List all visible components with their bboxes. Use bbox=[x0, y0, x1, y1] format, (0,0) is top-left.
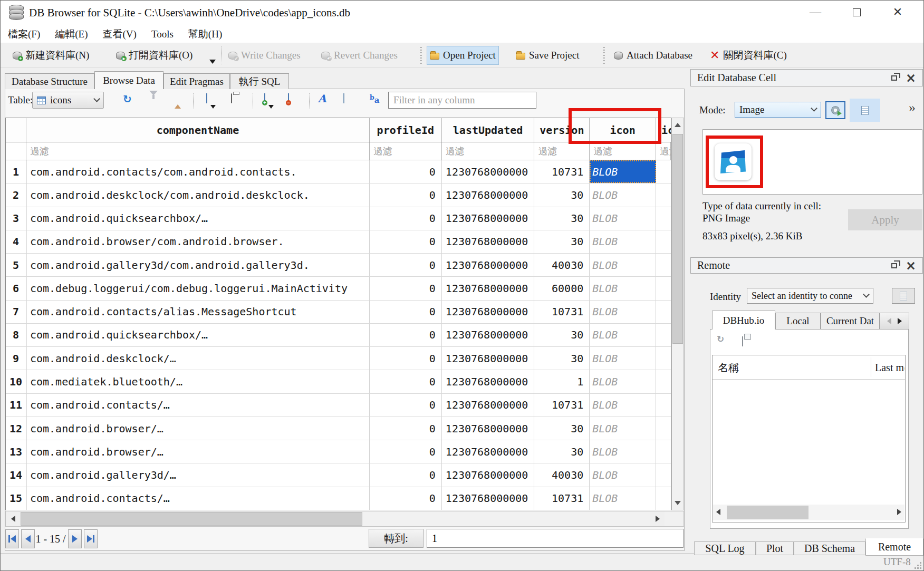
close-database-button[interactable]: ✕ 關閉資料庫(C) bbox=[707, 46, 790, 65]
cell-version[interactable]: 30 bbox=[534, 440, 590, 463]
cell-componentName[interactable]: com.android.gallery3d/com.android.galler… bbox=[26, 254, 370, 276]
tab-scroll-buttons[interactable] bbox=[880, 313, 909, 330]
next-page-button[interactable] bbox=[68, 529, 82, 548]
row-number[interactable]: 7 bbox=[6, 301, 26, 323]
cell-icon[interactable]: BLOB bbox=[590, 301, 656, 323]
cell-icon[interactable]: BLOB bbox=[590, 160, 656, 183]
cell-componentName[interactable]: com.android.gallery3d/… bbox=[26, 463, 370, 486]
cell-version[interactable]: 10731 bbox=[534, 487, 590, 510]
clear-sort-button[interactable] bbox=[175, 95, 181, 105]
menu-help[interactable]: 幫助(H) bbox=[181, 25, 229, 43]
column-header[interactable]: version bbox=[534, 118, 590, 142]
cell-componentName[interactable]: com.android.contacts/com.android.contact… bbox=[26, 160, 370, 183]
filter-input[interactable]: 過濾 bbox=[26, 142, 370, 160]
scroll-down-icon[interactable] bbox=[672, 496, 684, 510]
mode-select[interactable]: Image bbox=[735, 102, 821, 118]
cell-lastUpdated[interactable]: 1230768000000 bbox=[442, 324, 535, 346]
cell-icon[interactable]: BLOB bbox=[590, 183, 656, 206]
close-panel-icon[interactable]: × bbox=[906, 260, 916, 271]
cell-lastUpdated[interactable]: 1230768000000 bbox=[442, 207, 535, 230]
float-panel-icon[interactable] bbox=[891, 75, 897, 81]
tab-db-schema[interactable]: DB Schema bbox=[794, 541, 865, 555]
filter-input[interactable]: 過濾 bbox=[656, 142, 671, 160]
column-header[interactable]: ic bbox=[656, 118, 671, 142]
goto-button[interactable]: 轉到: bbox=[369, 529, 424, 548]
cell-overflow[interactable] bbox=[656, 254, 671, 276]
cell-componentName[interactable]: com.android.deskclock/com.android.deskcl… bbox=[26, 183, 370, 206]
tab-remote[interactable]: Remote bbox=[865, 538, 923, 556]
filter-input[interactable]: 過濾 bbox=[370, 142, 442, 160]
cell-lastUpdated[interactable]: 1230768000000 bbox=[442, 277, 535, 299]
row-number[interactable]: 12 bbox=[6, 417, 26, 440]
cell-componentName[interactable]: com.android.deskclock/… bbox=[26, 347, 370, 370]
cell-lastUpdated[interactable]: 1230768000000 bbox=[442, 160, 535, 183]
cell-profileId[interactable]: 0 bbox=[370, 301, 442, 323]
column-name[interactable]: 名稱 bbox=[718, 355, 739, 380]
cell-lastUpdated[interactable]: 1230768000000 bbox=[442, 394, 535, 417]
first-page-button[interactable] bbox=[5, 529, 19, 548]
row-number[interactable]: 15 bbox=[6, 487, 26, 510]
scroll-left-icon[interactable] bbox=[716, 509, 720, 515]
clone-database-button[interactable] bbox=[742, 337, 743, 346]
open-database-button[interactable]: ▸ 打開資料庫(O) bbox=[113, 46, 195, 65]
cell-lastUpdated[interactable]: 1230768000000 bbox=[442, 183, 535, 206]
cell-lastUpdated[interactable]: 1230768000000 bbox=[442, 417, 535, 440]
filter-input[interactable]: 過濾 bbox=[534, 142, 590, 160]
cell-overflow[interactable] bbox=[656, 347, 671, 370]
cell-overflow[interactable] bbox=[656, 440, 671, 463]
scroll-up-icon[interactable] bbox=[672, 118, 684, 132]
cell-icon[interactable]: BLOB bbox=[590, 463, 656, 486]
filter-input[interactable]: 過濾 bbox=[442, 142, 535, 160]
cell-version[interactable]: 30 bbox=[534, 183, 590, 206]
row-number[interactable]: 5 bbox=[6, 254, 26, 276]
cell-lastUpdated[interactable]: 1230768000000 bbox=[442, 440, 535, 463]
menu-tools[interactable]: Tools bbox=[144, 25, 181, 43]
cell-profileId[interactable]: 0 bbox=[370, 207, 442, 230]
cell-version[interactable]: 1 bbox=[534, 370, 590, 393]
cell-icon[interactable]: BLOB bbox=[590, 394, 656, 417]
tab-execute-sql[interactable]: 執行 SQL bbox=[230, 73, 289, 89]
open-database-dropdown-icon[interactable] bbox=[209, 60, 216, 64]
row-number[interactable]: 10 bbox=[6, 370, 26, 393]
tab-database-structure[interactable]: Database Structure bbox=[5, 73, 94, 89]
open-project-button[interactable]: Open Project bbox=[427, 46, 499, 65]
cell-icon[interactable]: BLOB bbox=[590, 370, 656, 393]
horizontal-scrollbar-thumb[interactable] bbox=[21, 512, 362, 526]
column-header[interactable]: componentName bbox=[26, 118, 370, 142]
tab-browse-data[interactable]: Browse Data bbox=[94, 71, 163, 89]
minimize-button[interactable]: — bbox=[799, 1, 832, 24]
scroll-right-icon[interactable] bbox=[650, 511, 665, 526]
cell-profileId[interactable]: 0 bbox=[370, 230, 442, 253]
cell-overflow[interactable] bbox=[656, 370, 671, 393]
toolbar-overflow-icon[interactable]: » bbox=[909, 100, 916, 115]
cell-icon[interactable]: BLOB bbox=[590, 324, 656, 346]
row-number[interactable]: 3 bbox=[6, 207, 26, 230]
new-database-button[interactable]: + 新建資料庫(N) bbox=[10, 46, 92, 65]
font-toggle-button[interactable]: ba bbox=[370, 93, 379, 105]
cell-overflow[interactable] bbox=[656, 183, 671, 206]
menu-edit[interactable]: 編輯(E) bbox=[47, 25, 95, 43]
cell-icon[interactable]: BLOB bbox=[590, 440, 656, 463]
cell-profileId[interactable]: 0 bbox=[370, 277, 442, 299]
close-button[interactable]: ✕ bbox=[881, 1, 914, 24]
goto-input[interactable] bbox=[427, 529, 684, 548]
menu-view[interactable]: 查看(V) bbox=[95, 25, 144, 43]
remote-scrollbar-thumb[interactable] bbox=[727, 506, 808, 519]
vertical-scrollbar[interactable] bbox=[671, 118, 684, 510]
auto-detect-button[interactable] bbox=[825, 101, 845, 119]
cell-profileId[interactable]: 0 bbox=[370, 183, 442, 206]
float-panel-icon[interactable] bbox=[891, 263, 897, 268]
cell-lastUpdated[interactable]: 1230768000000 bbox=[442, 301, 535, 323]
cell-version[interactable]: 30 bbox=[534, 207, 590, 230]
text-mode-button[interactable] bbox=[850, 99, 880, 122]
remote-refresh-button[interactable]: ↻ bbox=[717, 334, 724, 344]
cell-profileId[interactable]: 0 bbox=[370, 324, 442, 346]
cell-version[interactable]: 30 bbox=[534, 230, 590, 253]
cell-overflow[interactable] bbox=[656, 160, 671, 183]
cell-profileId[interactable]: 0 bbox=[370, 463, 442, 486]
clear-filters-button[interactable] bbox=[149, 95, 158, 105]
cell-overflow[interactable] bbox=[656, 207, 671, 230]
tab-plot[interactable]: Plot bbox=[756, 541, 794, 555]
cell-componentName[interactable]: com.android.quicksearchbox/… bbox=[26, 324, 370, 346]
cell-lastUpdated[interactable]: 1230768000000 bbox=[442, 487, 535, 510]
